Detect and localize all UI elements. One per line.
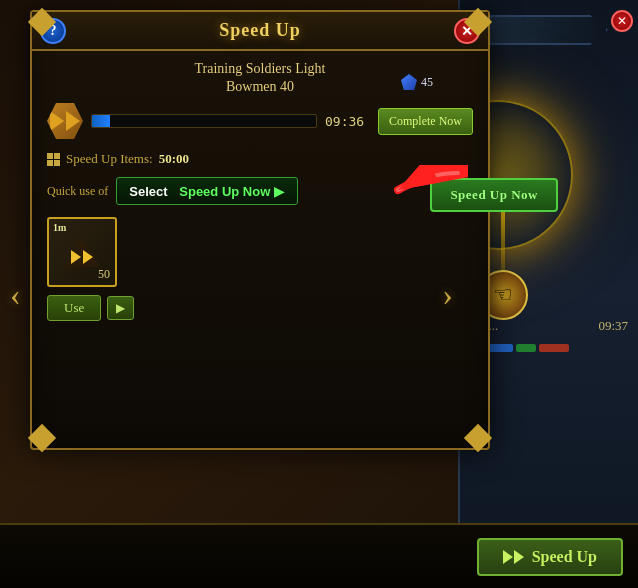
corner-decoration-tl: [30, 10, 54, 34]
skip-arrow-1: [50, 111, 64, 131]
select-text-white: Select: [129, 184, 167, 199]
speedup-items-time: 50:00: [159, 151, 189, 167]
select-arrow-icon: ▶: [274, 183, 285, 199]
corner-decoration-br: [466, 426, 490, 450]
grid-icon: [47, 153, 60, 166]
use-button[interactable]: Use: [47, 295, 101, 321]
nav-arrow-right[interactable]: ›: [442, 276, 453, 313]
speedup-button[interactable]: Speed Up: [477, 538, 623, 576]
right-close-button[interactable]: ✕: [611, 10, 633, 32]
select-speedup-button[interactable]: Select Speed Up Now ▶: [116, 177, 298, 205]
dialog-titlebar: ? Speed Up ✕: [32, 12, 488, 51]
item-card[interactable]: 1m 50: [47, 217, 117, 287]
complete-now-button[interactable]: Complete Now: [378, 108, 473, 135]
speedup-items-label: Speed Up Items: 50:00: [47, 151, 473, 167]
skip-button[interactable]: [47, 103, 83, 139]
quickuse-label: Quick use of: [47, 184, 108, 199]
corner-decoration-tr: [466, 10, 490, 34]
use-button-row: Use ▶: [47, 295, 473, 321]
grid-cell-3: [47, 160, 53, 166]
gems-count: 45: [421, 75, 433, 90]
right-panel-tab: [488, 15, 608, 45]
grid-cell-4: [54, 160, 60, 166]
grid-cell-2: [54, 153, 60, 159]
speedup-button-label: Speed Up: [532, 548, 597, 566]
btn-arrow-2: [514, 550, 524, 564]
right-panel-time: 09:37: [598, 318, 628, 334]
quickuse-row: Quick use of Select Speed Up Now ▶: [47, 177, 473, 205]
speedup-items-section: Speed Up Items: 50:00: [47, 151, 473, 167]
use-arrow-button[interactable]: ▶: [107, 296, 134, 320]
speedup-btn-arrows: [503, 550, 524, 564]
gem-icon: [401, 74, 417, 90]
mini-bar-green: [516, 344, 536, 352]
select-text-green: Speed Up Now: [179, 184, 270, 199]
gems-display: 45: [401, 74, 433, 90]
progress-row: 09:36 Complete Now: [47, 103, 473, 139]
skip-arrow-2: [66, 111, 80, 131]
nav-arrow-left[interactable]: ‹: [10, 276, 21, 313]
dialog-body: Training Soldiers Light Bowmen 40 45: [32, 51, 488, 331]
grid-cell-1: [47, 153, 53, 159]
time-display: 09:36: [325, 114, 370, 129]
speedup-items-text: Speed Up Items:: [66, 151, 153, 167]
items-area: 1m 50: [47, 217, 473, 287]
skip-hexagon: [47, 103, 83, 139]
progress-bar-fill: [92, 115, 110, 127]
dialog-title: Speed Up: [72, 20, 448, 41]
mini-bar-red: [539, 344, 569, 352]
progress-bars: [473, 344, 628, 352]
speed-up-dialog: ? Speed Up ✕ Training Soldiers Light Bow…: [30, 10, 490, 450]
speedup-now-button[interactable]: Speed Up Now: [430, 178, 558, 212]
bottom-panel: Speed Up: [0, 523, 638, 588]
progress-bar-container: [91, 114, 317, 128]
corner-decoration-bl: [30, 426, 54, 450]
item-count: 50: [98, 267, 110, 282]
btn-arrow-1: [503, 550, 513, 564]
